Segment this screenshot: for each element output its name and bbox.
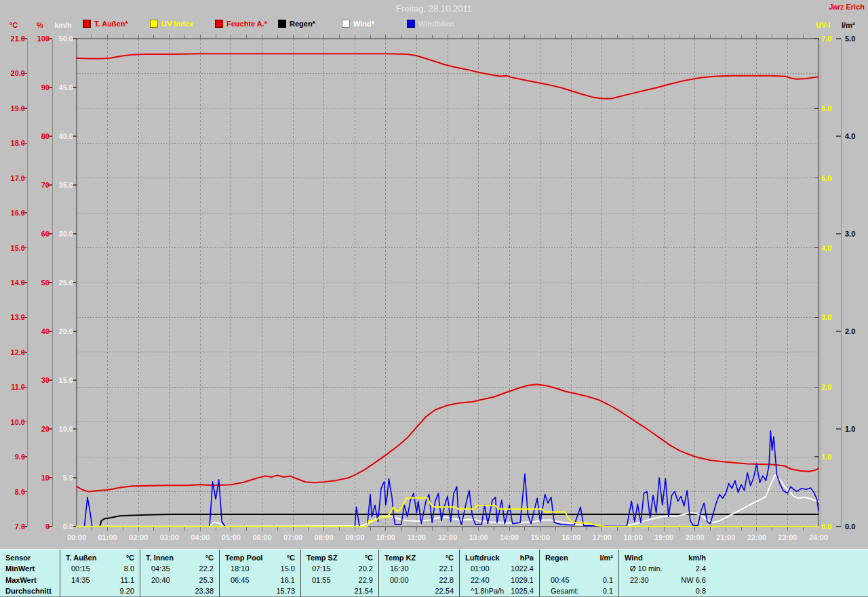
axis-label: 3.0 [845,230,855,238]
axis-label: 35.0 [59,181,73,189]
axis-label: 18:00 [623,533,642,541]
sensor-unit: °C [446,554,454,562]
stat-value: 22.8 [439,576,454,584]
table-row: ^1.8hPa/h1025.4 [460,585,539,596]
axis-label: 3.0 [821,313,831,321]
axis-label: 100 [37,35,50,43]
table-row: 01:5522.9 [301,575,378,585]
table-column-1: T. Außen°C00:158.014:3511.19.20 [60,550,140,596]
axis-label: 11.0 [11,383,25,391]
sensor-unit: °C [126,554,134,562]
sensor-name: Temp KZ [384,554,416,562]
table-row: 22.54 [379,585,459,596]
axis-label: 10:00 [376,533,395,541]
sensor-name: T. Außen [66,554,96,562]
axis-label: 6.0 [821,104,831,112]
table-row-labels: SensorMinWertMaxWertDurchschnitt [0,550,60,596]
axis-label: 7.0 [821,35,831,43]
sensor-unit: km/h [688,554,706,562]
axis-label: 03:00 [160,533,179,541]
stat-value: 22.2 [199,564,214,573]
axis-label: 01:00 [98,533,117,541]
axis-label: 15:00 [531,533,550,541]
axis-label: 1.0 [821,453,831,461]
axis-label: 10 [41,474,50,482]
stat-value: 1029.1 [511,576,534,584]
axis-label: 15.0 [11,244,25,252]
axis-label: 08:00 [315,533,334,541]
axis-label: 2.0 [845,327,855,335]
wind-column-inner: Windkm/hØ 10 min.2.422:30NW 6.60.8 [619,552,711,596]
stat-value: 25.3 [199,576,214,584]
axis-label: 09:00 [345,533,364,541]
table-row: 00:0022.8 [379,575,459,585]
axis-label: °C [9,21,18,29]
table-row: 14:3511.1 [60,575,140,585]
table-row: 21.54 [301,585,378,596]
sensor-name: Luftdruck [465,554,500,562]
axis-label: 18.0 [11,139,25,147]
table-row [540,563,618,574]
table-row: Ø 10 min.2.4 [619,563,711,574]
axis-label: 0.0 [845,522,855,531]
axis-label: 4.0 [821,244,831,252]
axis-label: km/h [54,21,72,29]
axis-label: % [37,21,43,29]
axis-label: UV-I [816,21,830,29]
table-header: T. Außen°C [60,552,140,563]
table-header: Regenl/m² [540,552,618,563]
axis-label: 50 [41,279,50,287]
axis-label: 5.0 [63,474,73,482]
table-column-7: Regenl/m²00:450.1Gesamt:0.1 [539,550,618,596]
stat-time: 18:10 [225,564,250,573]
stat-value: 0.8 [696,587,706,595]
axis-label: 30.0 [59,230,73,238]
stat-time: 22:30 [625,576,649,584]
axis-label: 40.0 [59,132,73,140]
axis-label: 21.0 [11,35,25,43]
axis-label: 23:00 [778,533,797,541]
axis-label: 2.0 [821,383,831,391]
stat-value: 9.20 [120,587,134,595]
stat-time: 16:30 [384,564,409,573]
table-header: Temp SZ°C [301,552,378,563]
axis-label: 0 [45,522,50,531]
axis-label: 90 [41,83,50,91]
axis-label: 19.0 [11,104,25,112]
axis-label: 16:00 [561,533,580,541]
sensor-unit: °C [365,554,373,562]
axis-label: 40 [41,327,50,335]
sensor-unit: °C [287,554,295,562]
table-row: 16:3022.1 [379,563,459,574]
stat-time: 14:35 [66,576,90,584]
sensor-unit: l/m² [599,554,613,562]
table-header: Temp Pool°C [220,552,300,563]
axis-label: 02:00 [129,533,148,541]
axis-label: 50.0 [59,35,73,43]
weather-app-window: Freitag, 28.10.2011 Jarz Erich T. Außen*… [0,0,868,597]
table-row: 23.38 [140,585,219,596]
table-row: 07:1520.2 [301,563,378,574]
axis-label: 13:00 [469,533,488,541]
stat-value: 22.9 [359,576,373,584]
axis-label: 05:00 [222,533,241,541]
table-row: 15.73 [220,585,300,596]
table-row-label: MaxWert [0,575,60,585]
axis-label: 20 [41,425,50,433]
stat-value: 0.1 [603,576,613,584]
axis-label: 20.0 [59,327,73,335]
axis-label: 60 [41,230,50,238]
axis-label: 16.0 [11,209,25,217]
table-row: 20:4025.3 [140,575,219,585]
table-header: T. Innen°C [140,552,219,563]
stat-time: 06:45 [225,576,250,584]
axis-label: 4.0 [845,132,855,140]
stat-value: 22.1 [439,564,454,573]
axis-label: 06:00 [252,533,271,541]
stats-table: SensorMinWertMaxWertDurchschnittT. Außen… [0,549,868,597]
axis-label: l/m² [842,21,855,29]
table-column-5: Temp KZ°C16:3022.100:0022.822.54 [378,550,459,596]
axis-label: 00:00 [67,533,86,541]
axis-label: 14:00 [500,533,519,541]
axis-label: 1.0 [845,425,855,433]
